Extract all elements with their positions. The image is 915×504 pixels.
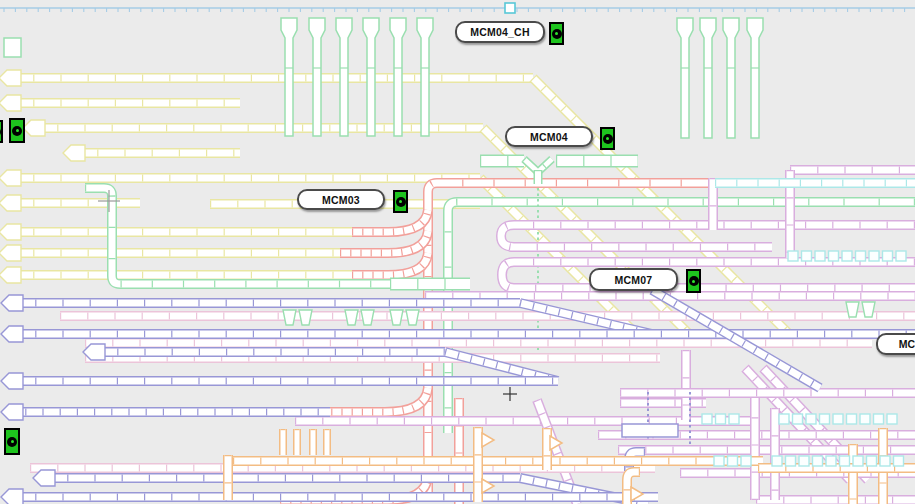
indicator-dot-icon bbox=[603, 134, 613, 144]
status-indicator-green[interactable] bbox=[393, 190, 408, 213]
indicator-dot-icon bbox=[689, 276, 699, 286]
status-indicator-green[interactable] bbox=[4, 428, 20, 455]
indicator-dot-icon bbox=[396, 197, 406, 207]
station-label[interactable]: MCM03 bbox=[297, 189, 385, 210]
ruler-selection-handle[interactable] bbox=[505, 3, 515, 13]
indicator-dot-icon bbox=[0, 127, 1, 137]
conveyor-tracks bbox=[6, 78, 915, 504]
status-indicator-green[interactable] bbox=[600, 127, 615, 150]
indicator-dot-icon bbox=[7, 437, 17, 447]
selection-ruler bbox=[0, 3, 915, 13]
station-label[interactable]: MCM04 bbox=[505, 126, 593, 147]
station-label[interactable]: MCM07 bbox=[589, 268, 678, 291]
bhs-overview-canvas: MCM04_CHMCM04MCM03MCM07MC bbox=[0, 0, 915, 504]
status-indicator-green[interactable] bbox=[9, 118, 25, 143]
status-indicator-green[interactable] bbox=[549, 22, 564, 45]
conveyor-network-drawing bbox=[0, 0, 915, 504]
status-indicator-green[interactable] bbox=[0, 120, 3, 143]
indicator-dot-icon bbox=[12, 126, 22, 136]
status-indicator-green[interactable] bbox=[686, 269, 701, 293]
station-label[interactable]: MC bbox=[876, 333, 915, 355]
station-label[interactable]: MCM04_CH bbox=[455, 21, 545, 43]
indicator-dot-icon bbox=[552, 29, 562, 39]
